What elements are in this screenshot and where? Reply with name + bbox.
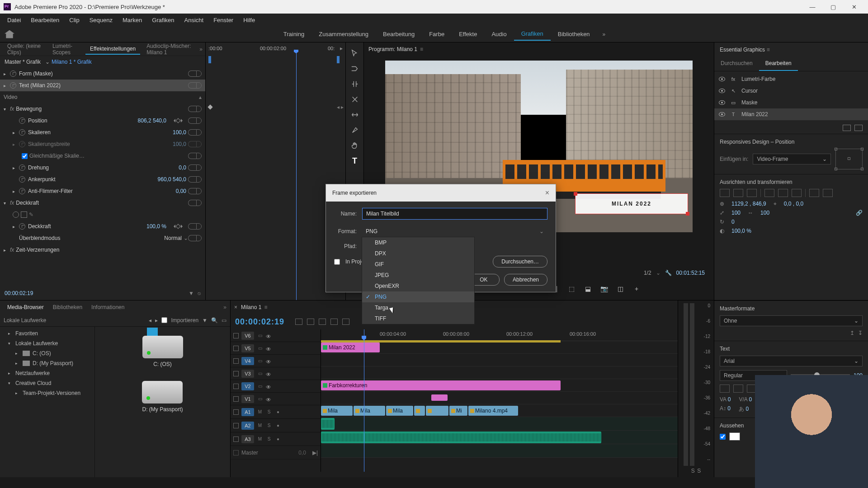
lock-icon[interactable] xyxy=(233,371,239,376)
format-option-jpeg[interactable]: JPEG xyxy=(362,270,474,281)
reset-icon[interactable] xyxy=(188,117,196,124)
kf-nav-icon[interactable]: ◂ ▸ xyxy=(337,104,344,110)
mask-ellipse-icon[interactable] xyxy=(13,211,19,218)
align-bottom-icon[interactable] xyxy=(792,189,802,197)
bypass-icon[interactable]: ⍉ xyxy=(198,290,201,296)
eg-layer-cursor[interactable]: ↖Cursor xyxy=(714,85,868,97)
fx-flimmer-value[interactable]: 0,00 xyxy=(176,188,186,194)
track-a1[interactable]: A1 xyxy=(241,408,254,416)
eg-scale-value[interactable]: 100 xyxy=(731,210,741,216)
clip-milano4[interactable]: Milano 4.mp4 xyxy=(468,406,518,416)
upload-master-icon[interactable]: ↥ xyxy=(850,330,854,336)
fx-bewegung[interactable]: Bewegung xyxy=(16,106,188,112)
fx-anker-value[interactable]: 960,0 540,0 xyxy=(158,176,186,183)
align-left-icon[interactable] xyxy=(720,189,730,197)
keyframe-diamond-icon[interactable] xyxy=(175,224,180,229)
resolution-dropdown[interactable]: 1/2 xyxy=(644,270,651,276)
fx-zeit[interactable]: Zeit-Verzerrungen xyxy=(16,247,202,253)
lock-icon[interactable] xyxy=(233,346,239,351)
reset-icon[interactable] xyxy=(188,70,196,77)
close-sequence-icon[interactable]: × xyxy=(234,304,237,310)
import-to-project-checkbox[interactable] xyxy=(334,259,340,265)
master-value[interactable]: 0,0 xyxy=(298,450,306,456)
format-option-png[interactable]: ✓PNG xyxy=(362,291,474,302)
font-family-select[interactable]: Arial⌄ xyxy=(720,356,863,366)
align-center-h-icon[interactable] xyxy=(733,189,743,197)
reset-icon[interactable] xyxy=(188,106,196,112)
format-option-tiff[interactable]: TIFF xyxy=(362,313,474,324)
chevron-down-icon[interactable]: ⌄ xyxy=(45,59,50,65)
menu-grafiken[interactable]: Grafiken xyxy=(147,15,179,25)
tree-creative-cloud[interactable]: ▾Creative Cloud xyxy=(0,378,94,388)
nav-back-icon[interactable]: ◂ xyxy=(149,317,151,324)
distribute-h-icon[interactable] xyxy=(809,189,819,197)
reset-icon[interactable] xyxy=(188,235,196,241)
new-layer-icon[interactable] xyxy=(843,125,851,131)
export-frame-icon[interactable]: 📷 xyxy=(599,284,609,293)
fx-position-value[interactable]: 806,2 540,0 xyxy=(138,117,166,124)
eg-opacity-value[interactable]: 100,0 % xyxy=(731,228,751,234)
format-option-openexr[interactable]: OpenEXR xyxy=(362,281,474,291)
kerning-value[interactable]: 0 xyxy=(728,396,731,403)
lock-icon[interactable] xyxy=(233,384,239,389)
track-a2[interactable]: A2 xyxy=(241,422,254,430)
nav-forward-icon[interactable]: ▸ xyxy=(155,317,158,324)
fx-drehung-value[interactable]: 0,0 xyxy=(179,164,186,171)
eg-layer-maske[interactable]: ▭Maske xyxy=(714,97,868,108)
visibility-eye-icon[interactable] xyxy=(719,89,725,93)
stopwatch-icon[interactable] xyxy=(19,117,25,124)
selection-tool-icon[interactable] xyxy=(350,49,359,58)
tree-lokale[interactable]: ▾Lokale Laufwerke xyxy=(0,338,94,348)
tab-informationen[interactable]: Informationen xyxy=(88,302,128,312)
clip-mila-2[interactable]: Mila xyxy=(354,406,385,416)
eg-master-select[interactable]: Ohne⌄ xyxy=(720,315,863,326)
hand-tool-icon[interactable] xyxy=(350,141,359,150)
lock-icon[interactable] xyxy=(233,436,239,442)
track-v2[interactable]: V2 xyxy=(241,382,254,390)
eg-tab-bearbeiten[interactable]: Bearbeiten xyxy=(759,56,798,71)
comparison-view-icon[interactable]: ◫ xyxy=(616,284,625,293)
ripple-edit-tool-icon[interactable] xyxy=(350,80,359,89)
eg-pos-value[interactable]: 1129,2 , 846,9 xyxy=(731,201,766,207)
format-option-dpx[interactable]: DPX xyxy=(362,248,474,259)
solo-left-icon[interactable]: S xyxy=(691,468,695,474)
align-top-icon[interactable] xyxy=(764,189,774,197)
keyframe-diamond-icon[interactable] xyxy=(175,118,180,123)
settings-wrench-icon[interactable]: 🔧 xyxy=(665,270,672,276)
menu-clip[interactable]: Clip xyxy=(65,15,84,25)
mask-rect-icon[interactable] xyxy=(21,211,27,218)
clip-music[interactable] xyxy=(321,432,601,443)
tab-lumetri-scopes[interactable]: Lumetri-Scopes xyxy=(48,41,84,57)
fx-blend-value[interactable]: Normal xyxy=(164,235,182,241)
menu-ansicht[interactable]: Ansicht xyxy=(179,15,208,25)
search-icon[interactable]: 🔍 xyxy=(211,317,218,324)
clip-audio-transition[interactable] xyxy=(321,418,335,430)
menu-marken[interactable]: Marken xyxy=(118,15,146,25)
tab-audioclip-mischer[interactable]: Audioclip-Mischer: Milano 1 xyxy=(142,41,198,57)
ws-grafiken[interactable]: Grafiken xyxy=(514,28,551,41)
menu-datei[interactable]: Datei xyxy=(3,15,25,25)
track-a3[interactable]: A3 xyxy=(241,435,254,443)
timeline-zoom-icon[interactable]: ▸ xyxy=(340,45,343,52)
menu-bearbeiten[interactable]: Bearbeiten xyxy=(26,15,64,25)
stopwatch-icon[interactable] xyxy=(19,164,25,171)
track-v4[interactable]: V4 xyxy=(241,357,254,365)
fx-deckkraft[interactable]: Deckkraft xyxy=(16,200,188,206)
effect-keyframe-area[interactable]: :00:00 00:00:02:00 00: ▸ ◂ ▸ xyxy=(206,42,346,300)
mask-pen-icon[interactable]: ✎ xyxy=(29,211,33,218)
reset-icon[interactable] xyxy=(188,188,196,194)
mb-lokale-label[interactable]: Lokale Laufwerke xyxy=(4,317,46,324)
tree-drive-c[interactable]: ▸C: (OS) xyxy=(0,348,94,358)
link-scale-icon[interactable]: 🔗 xyxy=(856,210,863,216)
reset-icon[interactable] xyxy=(188,200,196,206)
timeline-playhead[interactable] xyxy=(364,329,364,472)
mute-icon[interactable]: M xyxy=(257,409,263,415)
extract-icon[interactable]: ⬓ xyxy=(583,284,592,293)
clip-milan2022[interactable]: Milan 2022 xyxy=(321,343,380,352)
format-option-gif[interactable]: GIF xyxy=(362,259,474,270)
fill-color-swatch[interactable] xyxy=(729,432,740,441)
drive-item-c[interactable]: C: (OS) xyxy=(142,336,183,367)
reset-icon[interactable] xyxy=(188,176,196,183)
eg-tab-durchsuchen[interactable]: Durchsuchen xyxy=(714,56,759,71)
cancel-button[interactable]: Abbrechen xyxy=(504,274,547,286)
